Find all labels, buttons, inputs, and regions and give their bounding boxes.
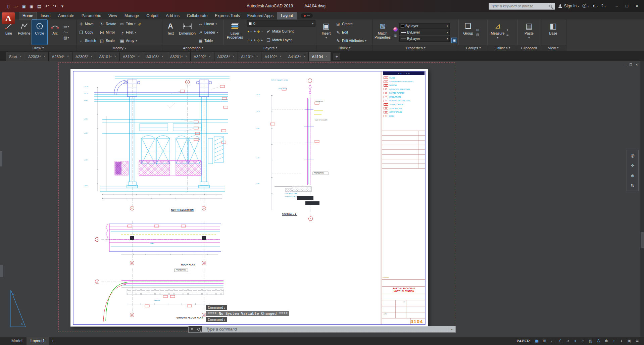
doc-close-icon[interactable]: ✕: [635, 63, 638, 66]
color-sphere-icon[interactable]: [393, 27, 398, 32]
snap-icon[interactable]: ⊞: [541, 338, 548, 344]
file-tab-a4101[interactable]: A4101*✕: [238, 52, 261, 61]
erase-icon[interactable]: ✐: [138, 22, 142, 27]
dimension-button[interactable]: Dimension: [178, 20, 197, 45]
tab-close-icon[interactable]: ✕: [185, 55, 187, 58]
tab-close-icon[interactable]: ✕: [43, 55, 46, 58]
tab-close-icon[interactable]: ✕: [19, 55, 22, 58]
ribbon-options-icon[interactable]: [301, 13, 313, 18]
customize-icon[interactable]: ≣: [634, 338, 641, 344]
nav-wheel-icon[interactable]: ◎: [631, 153, 634, 158]
tab-view[interactable]: View: [105, 12, 121, 19]
ellipse-flyout[interactable]: ○▾: [63, 30, 69, 34]
layer-unlock-icon[interactable]: ◇: [257, 38, 260, 42]
base-button[interactable]: ◧ Base: [545, 20, 562, 45]
tab-close-icon[interactable]: ✕: [91, 55, 93, 58]
annotation-monitor-icon[interactable]: +: [610, 338, 617, 344]
sign-in-button[interactable]: Sign In ▾: [558, 4, 579, 8]
tab-close-icon[interactable]: ✕: [138, 55, 140, 58]
match-properties-button[interactable]: ▧ Match Properties: [374, 20, 392, 45]
layer-prev-icon[interactable]: ●: [261, 38, 263, 42]
tab-home[interactable]: Home: [19, 12, 37, 19]
palette-handle[interactable]: [0, 265, 3, 277]
ortho-icon[interactable]: ⌐: [549, 338, 556, 344]
model-tab[interactable]: Model: [7, 337, 27, 345]
tab-insert[interactable]: Insert: [37, 12, 54, 19]
qat-customize-icon[interactable]: ▾: [59, 2, 66, 10]
save-icon[interactable]: ▣: [20, 2, 28, 10]
tab-express-tools[interactable]: Express Tools: [211, 12, 243, 19]
layer-select[interactable]: 0 ▾: [247, 20, 315, 27]
plot-icon[interactable]: ▤: [36, 2, 43, 10]
block-panel-label[interactable]: Block▾: [317, 45, 372, 51]
edit-attributes-button[interactable]: ✎Edit Attributes▾: [335, 37, 367, 45]
pan-icon[interactable]: ✛: [631, 163, 635, 168]
ungroup-icon[interactable]: ⊟: [476, 33, 479, 37]
layer-on-icon[interactable]: ○: [247, 38, 249, 42]
properties-panel-label[interactable]: Properties▾: [373, 45, 459, 51]
lineweight-icon[interactable]: ≡: [580, 338, 587, 344]
tab-layout[interactable]: Layout: [277, 12, 297, 19]
undo-icon[interactable]: ↶: [43, 2, 51, 10]
layout1-tab[interactable]: Layout1: [27, 337, 49, 345]
hatch-flyout[interactable]: ▨▾: [63, 36, 69, 40]
file-tab-a3103[interactable]: A3103*✕: [143, 52, 167, 61]
layer-unisolate-icon[interactable]: ◑: [250, 38, 252, 42]
search-icon[interactable]: [549, 5, 552, 7]
create-block-button[interactable]: ⊞Create: [335, 20, 367, 28]
rectangle-flyout[interactable]: ▭▾: [63, 24, 69, 29]
paper-space-indicator[interactable]: PAPER: [516, 339, 530, 343]
insert-block-button[interactable]: ▣ Insert ▾: [318, 20, 335, 45]
tab-close-icon[interactable]: ✕: [256, 55, 258, 58]
doc-minimize-icon[interactable]: ─: [624, 63, 626, 66]
table-button[interactable]: ▦Table: [197, 37, 219, 45]
linetype-select[interactable]: ByLayer▾: [399, 36, 450, 42]
osnap-icon[interactable]: ⌖: [572, 338, 579, 344]
file-tab-a2305[interactable]: A2305*✕: [72, 52, 96, 61]
polyline-button[interactable]: Polyline: [16, 20, 32, 45]
list-icon[interactable]: ≣: [394, 34, 397, 37]
command-input[interactable]: Type a command: [202, 326, 448, 332]
measure-button[interactable]: ⊿ Measure ▾: [489, 20, 506, 45]
tab-close-icon[interactable]: ✕: [232, 55, 235, 58]
redo-icon[interactable]: ↷: [51, 2, 58, 10]
tab-parametric[interactable]: Parametric: [78, 12, 105, 19]
tab-addins[interactable]: Add-ins: [162, 12, 183, 19]
paper-sheet[interactable]: N O T E S 01GLASS 02ALUMINIUM CLADDING P…: [70, 69, 428, 327]
new-layout-button[interactable]: +: [49, 339, 57, 344]
layer-properties-button[interactable]: Layer Properties: [225, 20, 245, 45]
layer-lock-icon[interactable]: ◆: [257, 30, 260, 33]
command-history-button[interactable]: ▴: [448, 326, 455, 332]
stay-connected-button[interactable]: ✦ ▾: [592, 4, 598, 8]
linear-button[interactable]: ↔Linear▾: [197, 20, 219, 28]
modify-panel-label[interactable]: Modify▾: [77, 45, 162, 51]
tab-close-icon[interactable]: ✕: [67, 55, 69, 58]
transparency-icon[interactable]: ▨: [587, 338, 594, 344]
id-point-icon[interactable]: ⌖: [506, 28, 508, 32]
stretch-button[interactable]: ↔Stretch: [78, 37, 98, 45]
orbit-icon[interactable]: ↻: [631, 183, 635, 188]
layer-off-icon[interactable]: ●: [247, 30, 249, 33]
array-button[interactable]: ▦Array▾: [118, 37, 138, 45]
move-button[interactable]: ✛Move: [78, 20, 98, 28]
draw-panel-label[interactable]: Draw▾: [0, 45, 76, 51]
quick-select-icon[interactable]: ≡: [506, 33, 508, 37]
file-tab-a2303[interactable]: A2303*✕: [25, 52, 49, 61]
drawing-canvas[interactable]: [70, 69, 428, 327]
restore-button[interactable]: ❐: [622, 2, 632, 10]
leader-button[interactable]: ↗Leader▾: [197, 28, 219, 36]
groups-panel-label[interactable]: Groups▾: [459, 45, 488, 51]
graphics-performance-icon[interactable]: ▣: [626, 338, 633, 344]
tab-close-icon[interactable]: ✕: [114, 55, 116, 58]
tab-featured-apps[interactable]: Featured Apps: [244, 12, 277, 19]
zoom-icon[interactable]: ⊕: [631, 173, 635, 178]
file-tab-a3202[interactable]: A3202*✕: [191, 52, 214, 61]
group-edit-icon[interactable]: ⊞: [476, 28, 479, 32]
mirror-button[interactable]: ⋈Mirror: [98, 28, 118, 36]
file-tab-a3203[interactable]: A3203*✕: [214, 52, 238, 61]
command-search-button[interactable]: [195, 326, 202, 332]
isodraft-icon[interactable]: ⊿: [564, 338, 571, 344]
utilities-panel-label[interactable]: Utilities▾: [488, 45, 518, 51]
grid-icon[interactable]: ▦: [533, 338, 540, 344]
copy-button[interactable]: ❐Copy: [78, 28, 98, 36]
